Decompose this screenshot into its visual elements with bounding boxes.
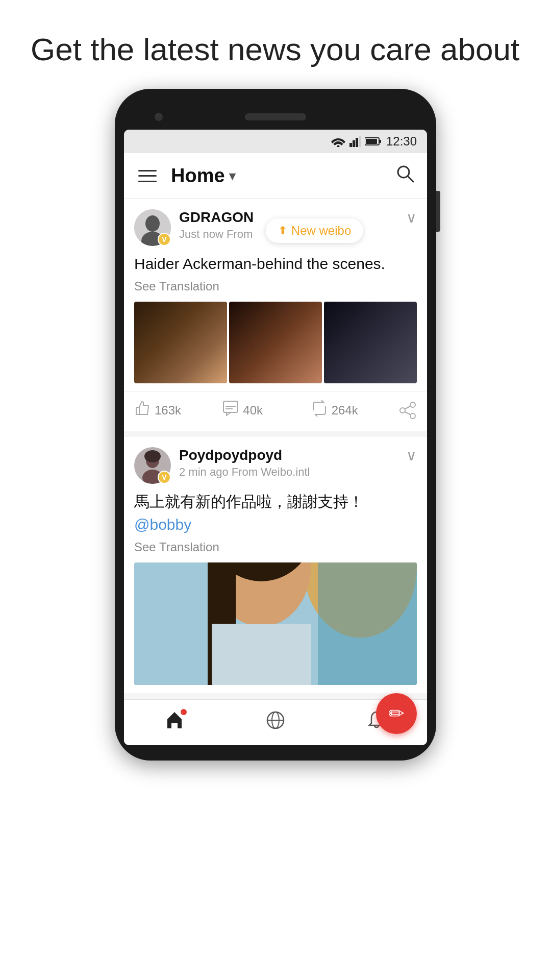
post-card: ⬆ New weibo: [124, 199, 427, 431]
svg-rect-1: [349, 143, 352, 147]
nav-title-text: Home: [171, 165, 225, 187]
nav-title: Home ▾: [171, 165, 235, 187]
menu-line-2: [138, 175, 157, 177]
svg-rect-2: [353, 140, 355, 147]
post-1-vip-badge: V: [158, 233, 171, 246]
post-1-text: Haider Ackerman-behind the scenes.: [134, 252, 417, 275]
post-2-image-1[interactable]: [134, 562, 417, 685]
new-weibo-arrow-icon: ⬆: [278, 224, 287, 237]
post-1-like-button[interactable]: 163k: [134, 400, 222, 421]
post-2-content: 馬上就有新的作品啦，謝謝支持！ @bobby See Translation: [124, 490, 427, 562]
svg-point-0: [337, 145, 339, 148]
menu-button[interactable]: [136, 165, 159, 187]
svg-line-19: [405, 406, 410, 409]
post-1-image-1[interactable]: [134, 302, 227, 383]
post-1-repost-button[interactable]: 264k: [311, 400, 399, 421]
menu-line-1: [138, 170, 157, 172]
svg-rect-31: [212, 624, 311, 685]
page-header: Get the latest news you care about: [0, 0, 551, 89]
post-2-vip-badge: V: [158, 471, 171, 484]
svg-rect-6: [380, 140, 381, 143]
svg-line-20: [405, 412, 410, 414]
svg-point-16: [410, 402, 415, 407]
bottom-nav-home[interactable]: [164, 710, 185, 735]
signal-icon: [349, 136, 361, 147]
svg-line-9: [408, 176, 413, 182]
post-1-share-button[interactable]: [399, 402, 417, 419]
phone-side-button: [436, 191, 440, 232]
post-1-actions: 163k: [124, 391, 427, 431]
svg-point-23: [144, 450, 161, 462]
post-2-username[interactable]: Poydpoydpoyd: [179, 447, 406, 463]
svg-point-18: [410, 413, 415, 419]
phone-top-bar: [124, 104, 427, 130]
nav-dropdown-arrow[interactable]: ▾: [229, 169, 235, 183]
page-wrapper: Get the latest news you care about: [0, 0, 551, 761]
phone-camera: [155, 113, 163, 121]
post-1-comment-button[interactable]: 40k: [222, 400, 311, 421]
svg-rect-4: [359, 136, 361, 147]
post-2-mention[interactable]: @bobby: [134, 516, 191, 533]
page-headline: Get the latest news you care about: [31, 31, 520, 68]
phone-screen: 12:30 Home ▾: [124, 130, 427, 745]
phone-frame: 12:30 Home ▾: [115, 89, 436, 761]
post-1-image-2[interactable]: [229, 302, 322, 383]
post-2-avatar[interactable]: V: [134, 447, 171, 484]
status-icons: [331, 136, 381, 147]
menu-line-3: [138, 181, 157, 182]
post-2-time: 2 min ago From Weibo.intl: [179, 465, 406, 479]
new-weibo-badge[interactable]: ⬆ New weibo: [266, 218, 363, 243]
svg-point-17: [400, 408, 405, 413]
compose-icon: ✏: [388, 702, 405, 725]
post-1-images: [124, 302, 427, 391]
post-2-header: V Poydpoydpoyd 2 min ago From Weibo.intl: [124, 437, 427, 490]
battery-icon: [365, 137, 381, 146]
feed: ⬆ New weibo: [124, 199, 427, 693]
post-2-card: V Poydpoydpoyd 2 min ago From Weibo.intl: [124, 437, 427, 693]
svg-rect-7: [366, 139, 377, 144]
post-1-like-count: 163k: [155, 403, 181, 418]
post-2-text: 馬上就有新的作品啦，謝謝支持！ @bobby: [134, 490, 417, 536]
repost-icon: [311, 400, 328, 421]
post-2-meta: Poydpoydpoyd 2 min ago From Weibo.intl: [179, 447, 406, 479]
comment-icon: [222, 400, 239, 421]
post-1-repost-count: 264k: [332, 403, 358, 418]
svg-point-11: [145, 215, 160, 232]
phone-speaker: [245, 113, 306, 120]
post-1-expand[interactable]: ∨: [406, 209, 417, 226]
post-2-see-translation[interactable]: See Translation: [134, 540, 417, 554]
post-1-content: Haider Ackerman-behind the scenes. See T…: [124, 252, 427, 302]
post-1-image-3[interactable]: [324, 302, 417, 383]
nav-bar: Home ▾: [124, 153, 427, 199]
post-1-see-translation[interactable]: See Translation: [134, 279, 417, 293]
status-time: 12:30: [386, 134, 417, 149]
post-1-comment-count: 40k: [243, 403, 263, 418]
like-icon: [134, 400, 151, 421]
post-2-images: [124, 562, 427, 693]
bottom-nav-discover[interactable]: [265, 710, 286, 735]
svg-rect-3: [356, 138, 358, 147]
post-2-image-area: ✏: [124, 562, 427, 693]
svg-rect-27: [318, 562, 417, 685]
post-2-expand[interactable]: ∨: [406, 447, 417, 464]
post-1-header: ⬆ New weibo: [124, 199, 427, 252]
phone-wrapper: 12:30 Home ▾: [0, 89, 551, 761]
post-1-avatar[interactable]: V: [134, 209, 171, 246]
wifi-icon: [331, 136, 345, 147]
status-bar: 12:30: [124, 130, 427, 153]
compose-fab-button[interactable]: ✏: [376, 693, 417, 734]
discover-icon: [265, 710, 286, 735]
new-weibo-label: New weibo: [291, 224, 351, 238]
home-notification-dot: [181, 709, 187, 715]
search-button[interactable]: [395, 164, 415, 188]
